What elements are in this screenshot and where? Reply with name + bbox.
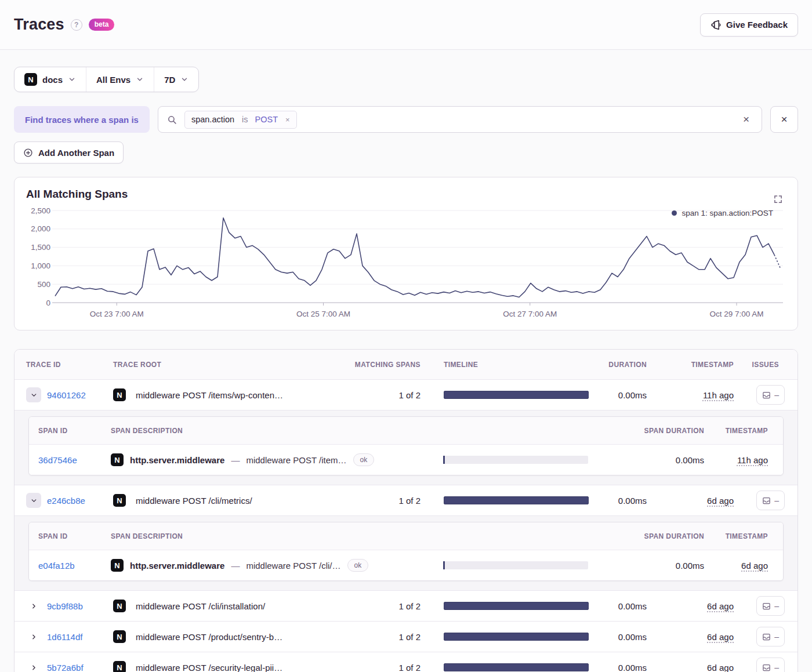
trace-duration: 0.00ms bbox=[594, 496, 658, 506]
trace-row: e246cb8e N middleware POST /cli/metrics/… bbox=[14, 485, 798, 516]
trace-row: 5b72a6bf N middleware POST /security-leg… bbox=[14, 652, 798, 672]
remove-span-query-button[interactable]: × bbox=[770, 106, 798, 133]
expanded-span-section: SPAN ID SPAN DESCRIPTION SPAN DURATION T… bbox=[14, 516, 798, 591]
trace-row: 94601262 N middleware POST /items/wp-con… bbox=[14, 380, 798, 411]
chevron-down-icon bbox=[68, 75, 76, 83]
trace-id-link[interactable]: e246cb8e bbox=[47, 496, 85, 506]
trace-timestamp[interactable]: 6d ago bbox=[707, 663, 734, 672]
expand-chevron[interactable] bbox=[26, 387, 41, 402]
find-traces-label: Find traces where a span is bbox=[14, 106, 150, 133]
date-range-filter[interactable]: 7D bbox=[154, 67, 198, 92]
issues-button[interactable]: – bbox=[756, 385, 785, 405]
svg-text:1,500: 1,500 bbox=[31, 243, 50, 252]
issues-button[interactable]: – bbox=[756, 658, 785, 672]
give-feedback-label: Give Feedback bbox=[726, 20, 788, 30]
span-duration: 0.00ms bbox=[588, 455, 704, 465]
span-subtable-body: 36d7546e N http.server.middleware — midd… bbox=[29, 445, 783, 475]
span-subtable: SPAN ID SPAN DESCRIPTION SPAN DURATION T… bbox=[28, 416, 784, 475]
span-subtable-body: e04fa12b N http.server.middleware — midd… bbox=[29, 550, 783, 580]
spans-line-chart: 05001,0001,5002,0002,500Oct 23 7:00 AMOc… bbox=[26, 206, 798, 322]
circle-plus-icon bbox=[23, 148, 33, 158]
traces-table: TRACE ID TRACE ROOT MATCHING SPANS TIMEL… bbox=[14, 349, 798, 672]
svg-text:Oct 27 7:00 AM: Oct 27 7:00 AM bbox=[503, 310, 557, 318]
matching-spans-count: 1 of 2 bbox=[345, 663, 420, 672]
expand-chevron[interactable] bbox=[26, 660, 41, 672]
clear-search-button[interactable]: × bbox=[740, 113, 753, 126]
search-token[interactable]: span.action is POST × bbox=[184, 111, 297, 129]
nextjs-project-icon: N bbox=[113, 388, 126, 401]
issues-icon bbox=[762, 391, 771, 399]
add-another-span-button[interactable]: Add Another Span bbox=[14, 141, 124, 164]
issues-empty-dash: – bbox=[774, 601, 779, 611]
issues-button[interactable]: – bbox=[756, 596, 785, 616]
help-icon[interactable]: ? bbox=[71, 19, 82, 31]
span-timeline-marker bbox=[443, 561, 445, 569]
environment-filter[interactable]: All Envs bbox=[86, 67, 154, 92]
token-key[interactable]: span.action bbox=[187, 115, 238, 124]
expand-chevron[interactable] bbox=[26, 493, 41, 508]
col-trace-id: TRACE ID bbox=[26, 361, 113, 369]
span-search-row: Find traces where a span is span.action … bbox=[14, 106, 798, 133]
span-timeline-marker bbox=[443, 456, 445, 464]
span-status-badge: ok bbox=[347, 559, 369, 572]
matching-spans-count: 1 of 2 bbox=[345, 632, 420, 642]
trace-id-link[interactable]: 94601262 bbox=[47, 390, 86, 400]
separator-dash: — bbox=[231, 455, 240, 465]
expanded-span-section: SPAN ID SPAN DESCRIPTION SPAN DURATION T… bbox=[14, 411, 798, 485]
token-operator[interactable]: is bbox=[238, 115, 251, 124]
fullscreen-icon[interactable] bbox=[773, 194, 784, 205]
col-issues: ISSUES bbox=[734, 361, 786, 369]
span-timestamp[interactable]: 11h ago bbox=[737, 455, 768, 465]
date-range-filter-label: 7D bbox=[164, 75, 175, 85]
trace-root-text: middleware POST /security-legal-pii… bbox=[136, 663, 282, 672]
col-span-id: SPAN ID bbox=[38, 427, 111, 435]
span-duration: 0.00ms bbox=[588, 561, 704, 571]
environment-filter-label: All Envs bbox=[96, 75, 130, 85]
separator-dash: — bbox=[231, 561, 240, 571]
trace-duration: 0.00ms bbox=[594, 601, 658, 611]
chart-legend[interactable]: span 1: span.action:POST bbox=[672, 209, 773, 217]
col-matching-spans: MATCHING SPANS bbox=[345, 361, 420, 369]
token-remove-icon[interactable]: × bbox=[281, 115, 294, 124]
trace-timestamp[interactable]: 11h ago bbox=[703, 390, 734, 400]
trace-duration: 0.00ms bbox=[594, 663, 658, 672]
trace-timestamp[interactable]: 6d ago bbox=[707, 496, 734, 506]
span-operation: http.server.middleware bbox=[130, 561, 224, 571]
issues-button[interactable]: – bbox=[756, 491, 785, 510]
megaphone-icon bbox=[710, 20, 721, 30]
span-timeline-track bbox=[443, 561, 588, 569]
legend-label: span 1: span.action:POST bbox=[682, 209, 773, 217]
svg-text:500: 500 bbox=[37, 280, 50, 289]
timeline-bar bbox=[444, 663, 589, 671]
span-search-input[interactable]: span.action is POST × × bbox=[158, 106, 762, 133]
span-id-link[interactable]: 36d7546e bbox=[38, 455, 77, 465]
trace-id-link[interactable]: 5b72a6bf bbox=[47, 663, 84, 672]
matching-spans-count: 1 of 2 bbox=[345, 390, 420, 400]
col-duration: DURATION bbox=[594, 361, 658, 369]
token-value[interactable]: POST bbox=[252, 115, 281, 124]
trace-root-text: middleware POST /items/wp-conten… bbox=[136, 390, 283, 400]
project-filter[interactable]: N docs bbox=[14, 67, 86, 92]
chevron-down-icon bbox=[180, 75, 188, 83]
col-timestamp: TIMESTAMP bbox=[658, 361, 734, 369]
trace-timestamp[interactable]: 6d ago bbox=[707, 601, 734, 611]
span-id-link[interactable]: e04fa12b bbox=[38, 561, 75, 571]
trace-timestamp[interactable]: 6d ago bbox=[707, 632, 734, 642]
span-subtable: SPAN ID SPAN DESCRIPTION SPAN DURATION T… bbox=[28, 522, 784, 581]
expand-chevron[interactable] bbox=[26, 629, 41, 644]
trace-duration: 0.00ms bbox=[594, 390, 658, 400]
col-span-timestamp: TIMESTAMP bbox=[704, 532, 774, 540]
page-filter-bar: N docs All Envs 7D bbox=[14, 67, 199, 92]
col-span-timestamp: TIMESTAMP bbox=[704, 427, 774, 435]
col-span-description: SPAN DESCRIPTION bbox=[111, 427, 414, 435]
give-feedback-button[interactable]: Give Feedback bbox=[700, 13, 798, 37]
expand-chevron[interactable] bbox=[26, 598, 41, 613]
span-subtable-header: SPAN ID SPAN DESCRIPTION SPAN DURATION T… bbox=[29, 417, 783, 445]
span-timestamp[interactable]: 6d ago bbox=[741, 561, 768, 571]
trace-id-link[interactable]: 1d6114df bbox=[47, 632, 82, 642]
trace-root-text: middleware POST /cli/metrics/ bbox=[136, 496, 252, 506]
col-trace-root: TRACE ROOT bbox=[113, 361, 345, 369]
svg-text:2,000: 2,000 bbox=[31, 224, 50, 233]
trace-id-link[interactable]: 9cb9f88b bbox=[47, 601, 83, 611]
issues-button[interactable]: – bbox=[756, 627, 785, 646]
